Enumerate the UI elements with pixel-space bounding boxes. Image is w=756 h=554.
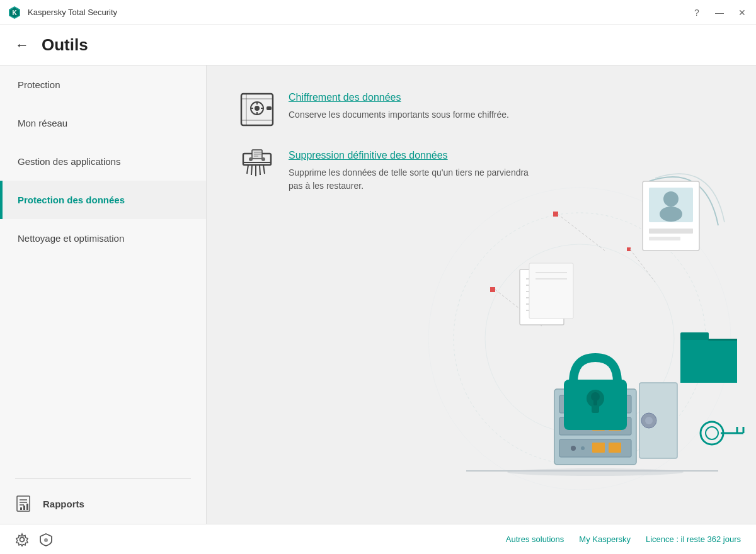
sidebar-item-nettoyage[interactable]: Nettoyage et optimisation <box>0 219 206 257</box>
svg-rect-7 <box>26 504 28 510</box>
svg-point-30 <box>249 157 253 161</box>
svg-point-66 <box>571 446 576 451</box>
titlebar: K Kaspersky Total Security ? — ✕ <box>0 0 756 25</box>
svg-rect-46 <box>649 237 680 240</box>
svg-line-29 <box>263 165 265 174</box>
svg-line-26 <box>251 165 252 175</box>
svg-rect-78 <box>593 398 597 405</box>
main-content: Protection Mon réseau Gestion des applic… <box>0 65 756 524</box>
suppression-desc: Supprime les données de telle sorte qu'u… <box>289 167 529 191</box>
my-kaspersky-link[interactable]: My Kaspersky <box>579 534 631 544</box>
svg-point-88 <box>507 468 684 476</box>
close-button[interactable]: ✕ <box>736 8 748 18</box>
shield-icon[interactable] <box>39 533 53 546</box>
svg-rect-73 <box>609 443 621 453</box>
svg-line-28 <box>260 165 260 175</box>
svg-point-43 <box>663 191 679 206</box>
tool-item-suppression: Suppression définitive des données Suppr… <box>238 149 541 193</box>
settings-icon[interactable] <box>15 533 29 546</box>
svg-point-67 <box>581 446 585 450</box>
svg-line-38 <box>558 214 605 251</box>
page-title: Outils <box>42 35 88 55</box>
svg-point-82 <box>701 422 723 444</box>
header: ← Outils <box>0 25 756 65</box>
svg-point-90 <box>44 538 48 542</box>
tools-list: Chiffrement des données Conserve les doc… <box>238 91 541 193</box>
sidebar-nav: Protection Mon réseau Gestion des applic… <box>0 65 206 473</box>
svg-rect-36 <box>490 287 495 292</box>
app-title: Kaspersky Total Security <box>28 8 690 17</box>
svg-rect-35 <box>553 212 558 217</box>
svg-text:K: K <box>12 9 17 16</box>
svg-rect-45 <box>649 229 693 234</box>
chiffrement-text: Chiffrement des données Conserve les doc… <box>289 91 509 122</box>
tool-item-chiffrement: Chiffrement des données Conserve les doc… <box>238 91 541 128</box>
svg-rect-57 <box>680 332 709 340</box>
chiffrement-desc: Conserve les documents importants sous f… <box>289 110 509 120</box>
sidebar-item-protection-donnees[interactable]: Protection des données <box>0 181 206 219</box>
svg-rect-10 <box>241 98 273 99</box>
rapports-icon <box>15 494 35 514</box>
svg-point-81 <box>645 417 653 424</box>
svg-point-13 <box>255 106 260 111</box>
svg-point-31 <box>261 157 265 161</box>
kaspersky-logo-icon: K <box>8 6 21 20</box>
help-button[interactable]: ? <box>690 8 703 18</box>
licence-link[interactable]: Licence : il reste 362 jours <box>646 534 741 544</box>
sidebar-item-mon-reseau[interactable]: Mon réseau <box>0 104 206 142</box>
svg-point-44 <box>660 206 682 222</box>
minimize-button[interactable]: — <box>713 8 726 18</box>
sidebar-item-gestion-apps[interactable]: Gestion des applications <box>0 142 206 181</box>
svg-rect-54 <box>529 263 573 319</box>
sidebar-item-protection[interactable]: Protection <box>0 65 206 104</box>
svg-rect-5 <box>20 507 22 510</box>
sidebar-rapports[interactable]: Rapports <box>0 483 206 524</box>
suppression-text: Suppression définitive des données Suppr… <box>289 149 541 193</box>
footer-right-links: Autres solutions My Kaspersky Licence : … <box>506 534 741 544</box>
back-button[interactable]: ← <box>15 38 29 52</box>
svg-rect-6 <box>23 506 25 510</box>
content-area: Chiffrement des données Conserve les doc… <box>207 65 756 524</box>
footer: Autres solutions My Kaspersky Licence : … <box>0 524 756 554</box>
svg-rect-18 <box>266 106 272 110</box>
chiffrement-link[interactable]: Chiffrement des données <box>289 91 509 105</box>
suppression-icon <box>238 149 276 186</box>
svg-rect-11 <box>241 120 273 121</box>
window-controls: ? — ✕ <box>690 8 748 18</box>
footer-left-icons <box>15 533 53 546</box>
sidebar: Protection Mon réseau Gestion des applic… <box>0 65 207 524</box>
sidebar-divider <box>15 478 191 478</box>
svg-point-89 <box>20 537 25 541</box>
rapports-label: Rapports <box>43 499 84 509</box>
svg-point-83 <box>706 427 718 439</box>
autres-solutions-link[interactable]: Autres solutions <box>506 534 564 544</box>
suppression-link[interactable]: Suppression définitive des données <box>289 149 541 162</box>
svg-rect-72 <box>592 443 605 453</box>
chiffrement-icon <box>238 91 276 128</box>
svg-line-25 <box>247 165 248 174</box>
